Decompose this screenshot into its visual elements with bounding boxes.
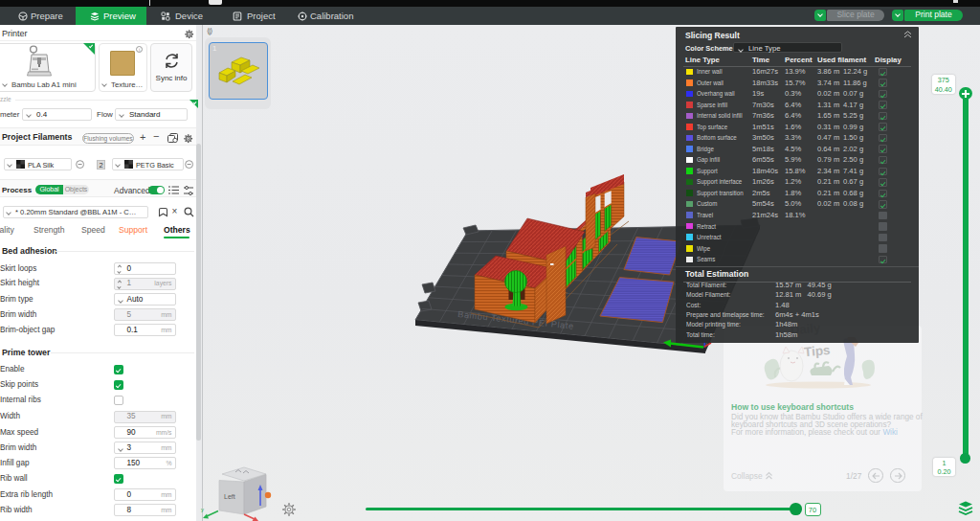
svg-text:y: y: [201, 507, 204, 512]
svg-text:Left: Left: [224, 493, 235, 500]
